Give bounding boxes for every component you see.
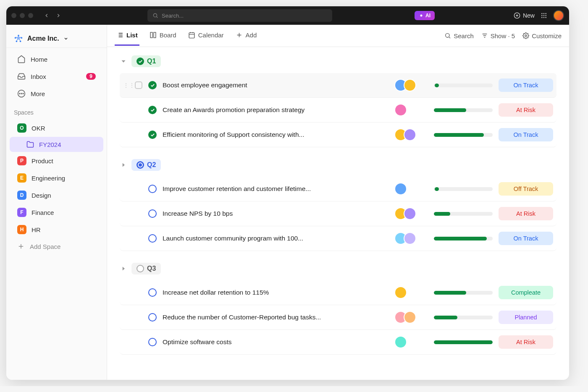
svg-marker-46 — [122, 60, 126, 63]
space-item-product[interactable]: PProduct — [10, 152, 103, 169]
avatar[interactable] — [394, 104, 407, 116]
maximize-button[interactable] — [28, 13, 33, 18]
svg-point-15 — [18, 35, 19, 37]
status-circle-icon[interactable] — [148, 313, 157, 321]
task-row[interactable]: ⋮⋮ Efficient monitoring of Support consi… — [120, 123, 556, 147]
svg-rect-33 — [154, 32, 156, 38]
global-search[interactable]: Search... — [147, 9, 332, 22]
svg-rect-32 — [150, 32, 152, 38]
task-row[interactable]: ⋮⋮ Launch customer community program wit… — [120, 226, 556, 251]
task-row[interactable]: ⋮⋮ Improve customer retention and custom… — [120, 177, 556, 201]
view-tab-add[interactable]: Add — [234, 26, 259, 46]
search-action[interactable]: Search — [444, 32, 474, 39]
board-icon — [150, 31, 157, 39]
view-tab-board[interactable]: Board — [148, 26, 178, 46]
avatar[interactable] — [404, 79, 416, 91]
space-label: HR — [32, 226, 41, 233]
user-avatar[interactable] — [553, 10, 564, 21]
group-header[interactable]: Q2 — [120, 159, 556, 171]
space-item-finance[interactable]: FFinance — [10, 204, 103, 221]
space-item-engineering[interactable]: EEngineering — [10, 170, 103, 186]
back-button[interactable] — [42, 10, 52, 21]
grid-icon — [541, 12, 547, 19]
titlebar: Search... AI New — [6, 6, 569, 25]
chevron-down-icon — [63, 36, 68, 41]
space-item-design[interactable]: DDesign — [10, 187, 103, 204]
status-circle-icon[interactable] — [148, 185, 157, 193]
apps-button[interactable] — [541, 12, 547, 19]
status-pill[interactable]: Compleate — [499, 286, 553, 299]
group-header[interactable]: Q3 — [120, 263, 556, 274]
spaces-section-label: Spaces — [6, 102, 107, 119]
new-button[interactable]: New — [514, 12, 535, 19]
nav-inbox[interactable]: Inbox9 — [10, 68, 103, 85]
status-pill[interactable]: At Risk — [499, 103, 553, 117]
svg-point-10 — [543, 15, 545, 16]
space-item-okr[interactable]: OOKR — [10, 120, 103, 136]
progress-bar[interactable] — [434, 291, 493, 295]
status-pill[interactable]: At Risk — [499, 207, 553, 220]
group-header[interactable]: Q1 — [120, 55, 556, 67]
status-pill[interactable]: Off Track — [499, 182, 553, 196]
space-item-fy2024[interactable]: FY2024 — [10, 137, 103, 152]
checkbox[interactable] — [135, 81, 142, 89]
status-pill[interactable]: At Risk — [499, 335, 553, 349]
status-pill[interactable]: Planned — [499, 311, 553, 324]
customize-action[interactable]: Customize — [522, 32, 562, 39]
space-item-hr[interactable]: HHR — [10, 221, 103, 238]
ai-button[interactable]: AI — [415, 11, 435, 20]
status-circle-icon[interactable] — [148, 209, 157, 218]
view-tab-calendar[interactable]: Calendar — [186, 26, 226, 46]
svg-point-19 — [15, 37, 16, 39]
task-row[interactable]: ⋮⋮ Optimize software costs At Risk — [120, 330, 556, 355]
space-label: FY2024 — [39, 141, 61, 148]
check-circle-icon[interactable] — [148, 131, 157, 139]
status-pill[interactable]: On Track — [499, 128, 553, 141]
avatar[interactable] — [404, 207, 416, 220]
progress-bar[interactable] — [434, 340, 493, 344]
progress-bar[interactable] — [434, 133, 493, 137]
minimize-button[interactable] — [20, 13, 25, 18]
avatar[interactable] — [394, 286, 407, 299]
chevron-right-icon[interactable] — [120, 265, 127, 272]
avatar[interactable] — [404, 128, 416, 141]
avatar[interactable] — [404, 311, 416, 324]
avatar[interactable] — [404, 232, 416, 245]
show-action[interactable]: Show · 5 — [481, 32, 515, 39]
task-row[interactable]: ⋮⋮ Reduce the number of Customer-Reporte… — [120, 305, 556, 330]
progress-bar[interactable] — [434, 187, 493, 191]
add-space-button[interactable]: Add Space — [10, 239, 103, 254]
progress-bar[interactable] — [434, 212, 493, 216]
status-pill[interactable]: On Track — [499, 232, 553, 245]
chevron-down-icon[interactable] — [120, 57, 127, 65]
task-row[interactable]: ⋮⋮ Boost employee engagement On Track — [120, 73, 556, 98]
more-icon — [17, 89, 26, 98]
nav-more[interactable]: More — [10, 85, 103, 102]
workspace-selector[interactable]: Acme Inc. — [6, 30, 107, 48]
status-circle-icon[interactable] — [148, 288, 157, 297]
svg-point-13 — [543, 17, 545, 18]
progress-bar[interactable] — [434, 316, 493, 319]
status-circle-icon[interactable] — [148, 234, 157, 243]
status-pill[interactable]: On Track — [499, 78, 553, 92]
status-circle-icon[interactable] — [148, 338, 157, 346]
avatar[interactable] — [394, 183, 407, 195]
task-row[interactable]: ⋮⋮ Increase NPS by 10 bps At Risk — [120, 201, 556, 226]
svg-point-40 — [446, 34, 449, 37]
forward-button[interactable] — [53, 10, 63, 21]
progress-bar[interactable] — [434, 84, 493, 87]
view-tab-list[interactable]: List — [115, 26, 139, 46]
task-row[interactable]: ⋮⋮ Create an Awards promotion preparatio… — [120, 98, 556, 123]
chevron-right-icon[interactable] — [120, 161, 127, 169]
close-button[interactable] — [11, 13, 16, 18]
check-circle-icon[interactable] — [148, 81, 157, 89]
svg-point-14 — [545, 17, 546, 18]
nav-home[interactable]: Home — [10, 51, 103, 68]
avatar[interactable] — [394, 336, 407, 348]
drag-handle-icon[interactable]: ⋮⋮ — [123, 82, 129, 89]
svg-point-7 — [543, 13, 545, 14]
progress-bar[interactable] — [434, 237, 493, 240]
check-circle-icon[interactable] — [148, 106, 157, 114]
task-row[interactable]: ⋮⋮ Increase net dollar retention to 115%… — [120, 280, 556, 305]
progress-bar[interactable] — [434, 108, 493, 112]
